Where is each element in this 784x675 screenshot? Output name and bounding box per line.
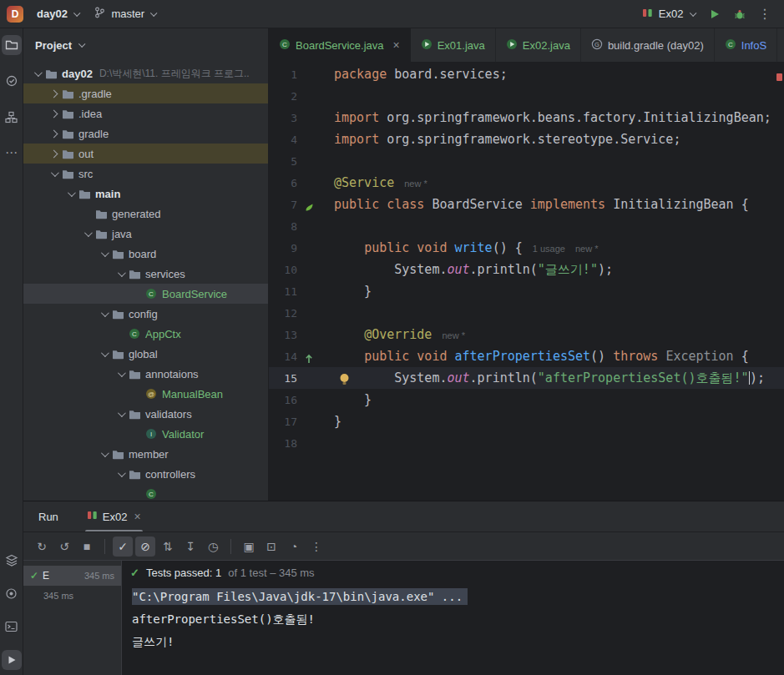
- console-line[interactable]: 글쓰기!: [132, 631, 784, 653]
- chevron-down-icon[interactable]: [117, 269, 125, 277]
- export-test-results-icon[interactable]: ⊡: [261, 536, 281, 557]
- code-line-14[interactable]: 14 public void afterPropertiesSet() thro…: [269, 345, 784, 367]
- more-tool-icon[interactable]: ⋯: [2, 143, 22, 163]
- tree-item-out[interactable]: out: [23, 144, 268, 164]
- code-line-12[interactable]: 12: [269, 302, 784, 324]
- error-stripe-mark[interactable]: [776, 73, 782, 81]
- tree-chevron[interactable]: [47, 131, 60, 137]
- tab-ex02.java[interactable]: Ex02.java: [496, 28, 581, 62]
- tree-chevron[interactable]: [97, 351, 110, 357]
- run-button[interactable]: [704, 3, 726, 25]
- tree-item-day02[interactable]: day02D:\박세현\11. 프레임워크 프로그..: [23, 63, 268, 83]
- chevron-down-icon[interactable]: [100, 349, 109, 357]
- test-node[interactable]: 345 ms: [23, 586, 121, 606]
- tree-chevron[interactable]: [114, 411, 127, 417]
- tree-chevron[interactable]: [47, 171, 60, 177]
- close-icon[interactable]: ×: [393, 38, 400, 52]
- test-node[interactable]: ✓E345 ms: [23, 566, 121, 586]
- tree-chevron[interactable]: [114, 271, 127, 277]
- chevron-down-icon[interactable]: [67, 189, 75, 197]
- code-line-13[interactable]: 13 @Overridenew *: [269, 324, 784, 345]
- code-line-5[interactable]: 5: [269, 150, 784, 172]
- structure-tool-icon[interactable]: [2, 107, 22, 127]
- tree-item-validator[interactable]: IValidator: [23, 424, 268, 444]
- console-line[interactable]: afterPropertiesSet()호출됨!: [132, 608, 784, 631]
- test-history-icon[interactable]: ◔: [284, 536, 304, 557]
- tree-chevron[interactable]: [80, 231, 94, 237]
- sort-by-duration-icon[interactable]: ↧: [180, 536, 200, 557]
- chevron-down-icon[interactable]: [100, 309, 109, 317]
- tree-chevron[interactable]: [30, 71, 43, 77]
- screenshot-icon[interactable]: ▣: [239, 536, 259, 557]
- tree-chevron[interactable]: [114, 371, 127, 377]
- run-tab-ex02[interactable]: Ex02 ×: [80, 501, 148, 531]
- chevron-down-icon[interactable]: [117, 409, 125, 417]
- chevron-right-icon[interactable]: [49, 129, 58, 138]
- run-config-selector[interactable]: Ex02: [635, 3, 701, 25]
- code-line-3[interactable]: 3import org.springframework.beans.factor…: [269, 107, 784, 128]
- show-ignored-icon[interactable]: ⊘: [135, 536, 155, 557]
- code-line-15[interactable]: 15 System.out.println("afterPropertiesSe…: [269, 367, 784, 389]
- chevron-down-icon[interactable]: [83, 229, 92, 237]
- tree-item-config[interactable]: config: [23, 304, 268, 324]
- tree-item-annotaions[interactable]: annotaions: [23, 364, 268, 384]
- tree-item-gradle[interactable]: gradle: [23, 123, 268, 144]
- run-console[interactable]: "C:\Program Files\Java\jdk-17\bin\java.e…: [122, 584, 784, 675]
- commit-tool-icon[interactable]: [2, 71, 22, 91]
- tree-item-manualbean[interactable]: @ManualBean: [23, 384, 268, 404]
- code-line-9[interactable]: 9 public void write() {1 usagenew *: [269, 237, 784, 259]
- tree-item-.idea[interactable]: .idea: [23, 103, 268, 123]
- tree-item-member[interactable]: member: [23, 444, 268, 464]
- tree-chevron[interactable]: [97, 251, 110, 257]
- rerun-failed-icon[interactable]: ↺: [54, 536, 74, 557]
- tree-item-controllers[interactable]: controllers: [23, 464, 268, 484]
- tree-item-src[interactable]: src: [23, 164, 268, 184]
- project-panel-header[interactable]: Project: [23, 28, 268, 62]
- code-line-8[interactable]: 8: [269, 215, 784, 237]
- tree-item-services[interactable]: services: [23, 264, 268, 284]
- more-actions-icon[interactable]: ⋮: [754, 3, 776, 25]
- code-line-7[interactable]: 7public class BoardService implements In…: [269, 194, 784, 215]
- tab-ex01.java[interactable]: Ex01.java: [411, 28, 496, 62]
- terminal-tool-icon[interactable]: [2, 617, 22, 637]
- tree-item-clipped[interactable]: C: [23, 484, 268, 501]
- chevron-down-icon[interactable]: [33, 68, 42, 77]
- tree-item-board[interactable]: board: [23, 244, 268, 264]
- chevron-down-icon[interactable]: [117, 369, 125, 377]
- tree-chevron[interactable]: [47, 111, 60, 117]
- tree-item-generated[interactable]: generated: [23, 204, 268, 224]
- code-line-4[interactable]: 4import org.springframework.stereotype.S…: [269, 128, 784, 150]
- chevron-down-icon[interactable]: [100, 449, 109, 457]
- chevron-down-icon[interactable]: [50, 169, 58, 177]
- tree-chevron[interactable]: [63, 191, 77, 197]
- code-line-18[interactable]: 18: [269, 432, 784, 454]
- endpoints-tool-icon[interactable]: [2, 583, 22, 603]
- tree-item-boardservice[interactable]: CBoardService: [23, 284, 268, 304]
- code-line-17[interactable]: 17}: [269, 411, 784, 432]
- tree-item-appctx[interactable]: CAppCtx: [23, 324, 268, 344]
- app-icon[interactable]: D: [7, 6, 23, 23]
- code-line-11[interactable]: 11 }: [269, 280, 784, 302]
- tab-boardservice.java[interactable]: CBoardService.java×: [269, 28, 411, 62]
- console-line[interactable]: "C:\Program Files\Java\jdk-17\bin\java.e…: [132, 586, 784, 608]
- chevron-right-icon[interactable]: [49, 89, 58, 98]
- chevron-down-icon[interactable]: [100, 249, 109, 257]
- tab-build.gradle-day02[interactable]: Gbuild.gradle (day02): [581, 28, 715, 62]
- clock-icon[interactable]: ◷: [203, 536, 223, 557]
- code-line-10[interactable]: 10 System.out.println("글쓰기!");: [269, 259, 784, 280]
- code-line-6[interactable]: 6@Servicenew *: [269, 172, 784, 194]
- tree-chevron[interactable]: [97, 311, 110, 317]
- chevron-right-icon[interactable]: [49, 149, 58, 158]
- tree-chevron[interactable]: [97, 451, 110, 457]
- sort-alphabetically-icon[interactable]: ⇅: [158, 536, 178, 557]
- branch-selector[interactable]: master: [88, 3, 161, 25]
- stop-icon[interactable]: ■: [77, 536, 97, 557]
- tree-chevron[interactable]: [114, 471, 127, 477]
- tab-infos[interactable]: CInfoS: [715, 28, 777, 62]
- tree-item-global[interactable]: global: [23, 344, 268, 364]
- code-line-2[interactable]: 2: [269, 85, 784, 107]
- rerun-icon[interactable]: ↻: [32, 536, 52, 557]
- show-passed-icon[interactable]: ✓: [113, 536, 133, 557]
- project-tool-icon[interactable]: [2, 35, 22, 55]
- tree-item-validators[interactable]: validators: [23, 404, 268, 424]
